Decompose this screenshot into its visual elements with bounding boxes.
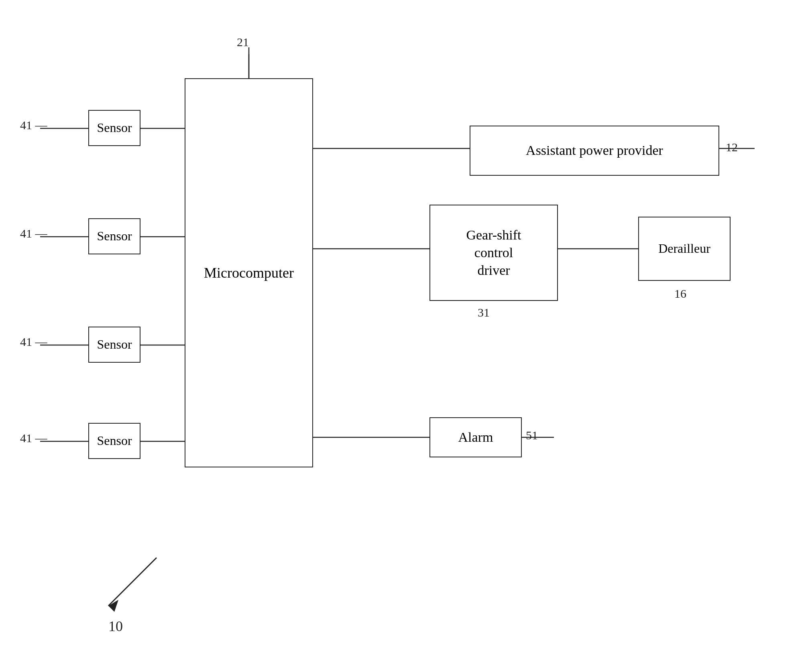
label-51: 51 [526,428,538,442]
label-10: 10 [108,618,123,635]
svg-line-16 [108,558,157,606]
ref-tick-21 [241,47,257,79]
microcomputer-box: Microcomputer [185,78,313,467]
label-16: 16 [674,287,686,301]
gear-shift-box: Gear-shiftcontroldriver [429,205,558,301]
derailleur-box: Derailleur [638,217,731,281]
sensor1-ref: 41 — [20,118,47,132]
label-21: 21 [237,35,249,49]
sensor3-ref: 41 — [20,335,47,349]
sensor2-box: Sensor [88,218,140,254]
sensor1-box: Sensor [88,110,140,146]
sensor4-box: Sensor [88,423,140,459]
diagram-ref-arrow [96,554,161,618]
assistant-power-provider-box: Assistant power provider [470,126,719,176]
sensor4-ref: 41 — [20,431,47,445]
diagram: 21 Microcomputer 41 — Sensor 41 — Sensor… [0,0,812,662]
sensor3-box: Sensor [88,327,140,363]
label-31: 31 [478,306,490,319]
label-12: 12 [726,140,738,154]
alarm-box: Alarm [429,417,522,457]
sensor2-ref: 41 — [20,227,47,240]
